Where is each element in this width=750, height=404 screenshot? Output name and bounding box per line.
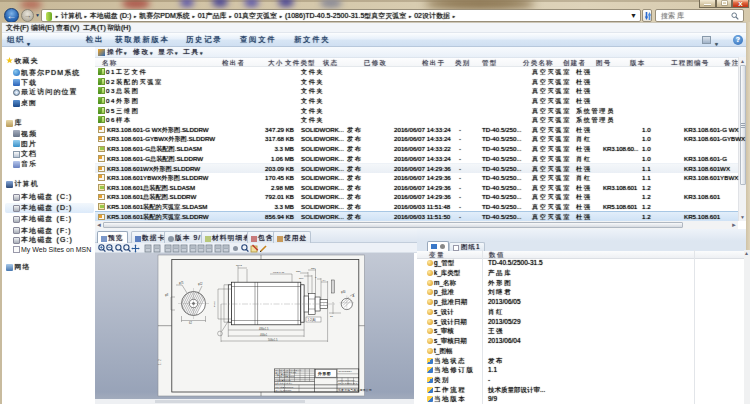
svg-text:TD-40.5/2500-31.5: TD-40.5/2500-31.5 xyxy=(338,382,358,384)
svg-text:外形图: 外形图 xyxy=(318,371,331,376)
svg-text:25°: 25° xyxy=(330,315,334,318)
svg-text:φ16: φ16 xyxy=(299,277,304,280)
svg-text:φ75: φ75 xyxy=(179,281,184,285)
svg-text:1 : 2: 1 : 2 xyxy=(158,359,162,365)
svg-text:M12×1.75: M12×1.75 xyxy=(273,271,285,274)
svg-text:N0.108.5034: N0.108.5034 xyxy=(339,370,353,372)
svg-text:1:2(A): 1:2(A) xyxy=(308,318,316,322)
svg-text:506±1.5: 506±1.5 xyxy=(268,338,278,342)
svg-text:凯赛尔电气股份有限公司: 凯赛尔电气股份有限公司 xyxy=(338,388,372,392)
svg-text:466±1: 466±1 xyxy=(260,333,268,337)
svg-text:φ25: φ25 xyxy=(296,270,301,273)
svg-text:KR3.108.601WX: KR3.108.601WX xyxy=(338,379,356,381)
svg-text:φ12: φ12 xyxy=(198,282,203,286)
svg-text:486±1.5: 486±1.5 xyxy=(259,327,269,331)
svg-text:φ102: φ102 xyxy=(236,264,242,267)
svg-text:φ30: φ30 xyxy=(341,290,346,294)
svg-text:φ20: φ20 xyxy=(311,267,316,270)
svg-text:φ102: φ102 xyxy=(213,301,216,307)
